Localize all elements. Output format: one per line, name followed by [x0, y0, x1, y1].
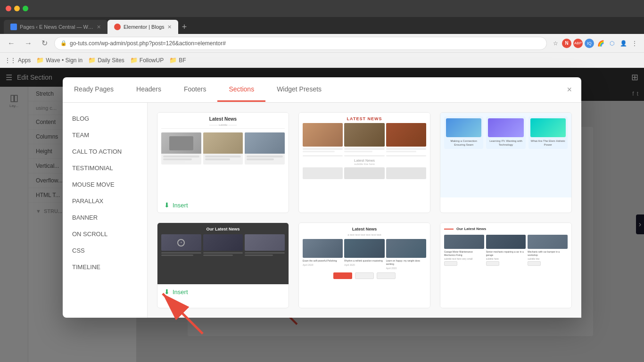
tab-favicon-2 — [114, 24, 121, 30]
modal-sidebar: BLOG TEAM CALL TO ACTION TESTIMONIAL MOU… — [63, 103, 148, 318]
minimize-window-button[interactable] — [14, 6, 20, 11]
menu-icon[interactable]: ⋮ — [630, 39, 639, 48]
sidebar-item-css[interactable]: CSS — [63, 242, 147, 259]
followup-folder-icon: 📁 — [130, 57, 138, 64]
insert-label: Insert — [173, 202, 188, 209]
templates-modal: Ready Pages Headers Footers Sections Wid… — [63, 77, 581, 318]
wave-signin-label: Wave • Sign in — [46, 57, 83, 64]
lock-icon: 🔒 — [60, 40, 67, 46]
bookmark-apps[interactable]: ⋮⋮ Apps — [5, 57, 31, 64]
browser-chrome: Pages ‹ E News Central — Wo... ✕ Element… — [0, 0, 644, 68]
template-card-blog-food[interactable]: LATEST NEWS — [298, 112, 430, 213]
sidebar-item-blog[interactable]: BLOG — [63, 110, 147, 127]
template-card-blog-tech[interactable]: Making a Connection Ensuring Seam Learni… — [440, 112, 572, 213]
template-preview-blog-food: LATEST NEWS — [299, 113, 430, 197]
iq-icon[interactable]: IQ — [585, 39, 594, 48]
photos-icon[interactable]: 🌈 — [596, 39, 605, 48]
address-bar[interactable]: 🔒 go-tuts.com/wp-admin/post.php?post=126… — [54, 37, 547, 50]
adblock-icon[interactable]: ABP — [573, 39, 583, 48]
browser-titlebar — [0, 0, 644, 17]
insert-download-icon-2: ⬇ — [164, 288, 170, 296]
forward-button[interactable]: → — [22, 38, 35, 49]
tab-label-2: Elementor | Blogs — [124, 24, 165, 30]
bookmark-daily-sites[interactable]: 📁 Daily Sites — [88, 57, 124, 64]
sidebar-item-mouse-move[interactable]: MOUSE MOVE — [63, 176, 147, 193]
traffic-lights — [6, 6, 28, 11]
sidebar-item-banner[interactable]: BANNER — [63, 209, 147, 226]
daily-sites-folder-icon: 📁 — [88, 57, 96, 64]
insert-label-dark: Insert — [173, 288, 188, 296]
bookmark-bf[interactable]: 📁 BF — [169, 57, 186, 64]
template-card-blog-light[interactable]: Latest News ——— subtitle ——— — [157, 112, 289, 213]
modal-close-button[interactable]: × — [557, 77, 581, 102]
template-preview-blog-dark: Our Latest News + — [157, 223, 289, 284]
daily-sites-label: Daily Sites — [98, 57, 124, 64]
template-card-blog-dark[interactable]: Our Latest News + — [157, 222, 289, 308]
apps-label: Apps — [18, 57, 31, 64]
sidebar-item-team[interactable]: TEAM — [63, 127, 147, 143]
modal-templates-content: Latest News ——— subtitle ——— — [148, 103, 581, 318]
bf-folder-icon: 📁 — [169, 57, 177, 64]
browser-tabs: Pages ‹ E News Central — Wo... ✕ Element… — [0, 17, 644, 34]
sidebar-item-parallax[interactable]: PARALLAX — [63, 193, 147, 209]
tab-widget-presets[interactable]: Widget Presets — [265, 78, 333, 102]
browser-tab-1[interactable]: Pages ‹ E News Central — Wo... ✕ — [4, 20, 107, 34]
modal-body: BLOG TEAM CALL TO ACTION TESTIMONIAL MOU… — [63, 103, 581, 318]
fullscreen-window-button[interactable] — [23, 6, 28, 11]
template-card-blog-latest[interactable]: Latest News a text text text text text t… — [298, 222, 430, 308]
tab-ready-pages[interactable]: Ready Pages — [63, 78, 125, 102]
url-display: go-tuts.com/wp-admin/post.php?post=126&a… — [70, 40, 226, 47]
close-window-button[interactable] — [6, 6, 11, 11]
wave-folder-icon: 📁 — [36, 57, 44, 64]
sidebar-item-on-scroll[interactable]: ON SCROLL — [63, 226, 147, 242]
tab-label-1: Pages ‹ E News Central — Wo... — [20, 24, 94, 30]
tab-close-1[interactable]: ✕ — [97, 24, 101, 30]
bookmark-followup[interactable]: 📁 FollowUP — [130, 57, 164, 64]
browser-omnibar: ← → ↻ 🔒 go-tuts.com/wp-admin/post.php?po… — [0, 34, 644, 53]
cast-icon[interactable]: ⬡ — [607, 39, 617, 48]
template-preview-blog-tech: Making a Connection Ensuring Seam Learni… — [440, 113, 571, 197]
tab-favicon-1 — [10, 24, 17, 30]
template-grid: Latest News ——— subtitle ——— — [157, 112, 572, 308]
profile-icon[interactable]: 👤 — [619, 39, 628, 48]
bookmark-wave-signin[interactable]: 📁 Wave • Sign in — [36, 57, 83, 64]
bf-label: BF — [179, 57, 186, 64]
template-insert-blog-dark[interactable]: ⬇ Insert — [157, 284, 289, 299]
template-preview-blog-news: Our Latest News Garage Motor Maintenance… — [440, 223, 571, 308]
followup-label: FollowUP — [140, 57, 164, 64]
insert-download-icon: ⬇ — [164, 201, 170, 209]
template-preview-blog-light: Latest News ——— subtitle ——— — [157, 113, 289, 197]
reload-button[interactable]: ↻ — [39, 38, 50, 49]
template-insert-blog-light[interactable]: ⬇ Insert — [157, 197, 289, 213]
browser-tab-2[interactable]: Elementor | Blogs ✕ — [107, 20, 178, 34]
sidebar-item-timeline[interactable]: TIMELINE — [63, 259, 147, 275]
extensions-icon[interactable]: N — [562, 39, 571, 48]
back-button[interactable]: ← — [5, 38, 18, 49]
tab-close-2[interactable]: ✕ — [167, 24, 172, 30]
bookmarks-bar: ⋮⋮ Apps 📁 Wave • Sign in 📁 Daily Sites 📁… — [0, 53, 644, 68]
sidebar-item-call-to-action[interactable]: CALL TO ACTION — [63, 143, 147, 160]
omnibar-actions: ☆ N ABP IQ 🌈 ⬡ 👤 ⋮ — [551, 39, 639, 48]
template-card-blog-news[interactable]: Our Latest News Garage Motor Maintenance… — [440, 222, 572, 308]
tab-sections[interactable]: Sections — [217, 78, 265, 102]
modal-overlay[interactable]: Ready Pages Headers Footers Sections Wid… — [0, 68, 644, 362]
modal-tabs: Ready Pages Headers Footers Sections Wid… — [63, 78, 557, 102]
modal-header: Ready Pages Headers Footers Sections Wid… — [63, 77, 581, 103]
tab-footers[interactable]: Footers — [173, 78, 217, 102]
bookmark-star-icon[interactable]: ☆ — [551, 39, 560, 48]
template-preview-blog-latest: Latest News a text text text text text t… — [299, 223, 430, 308]
tab-headers[interactable]: Headers — [125, 78, 173, 102]
new-tab-button[interactable]: + — [178, 20, 191, 34]
apps-icon: ⋮⋮ — [5, 57, 16, 64]
sidebar-item-testimonial[interactable]: TESTIMONIAL — [63, 160, 147, 176]
